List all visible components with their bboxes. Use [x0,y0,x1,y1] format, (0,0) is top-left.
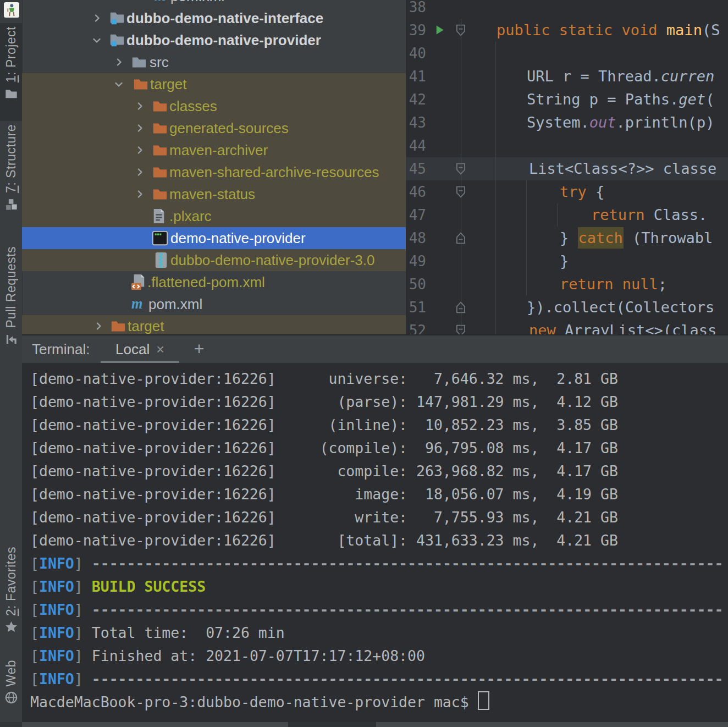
stripe-button-label: 7: Structure [4,124,19,193]
fold-open-icon[interactable] [455,186,466,198]
terminal-panel: Terminal: Local × + [demo-native-provide… [22,334,728,723]
tree-row-label: .flattened-pom.xml [147,274,265,291]
terminal-line: [demo-native-provider:16226] (inline): 1… [30,414,728,437]
folder-orange-icon [152,120,168,136]
tree-row-label: dubbo-demo-native-provider [126,32,321,49]
terminal-line: [demo-native-provider:16226] write: 7,75… [30,506,728,529]
tree-row-dubbo-demo-native-provider[interactable]: dubbo-demo-native-provider [22,29,406,51]
chevron-right-icon[interactable] [92,320,104,332]
chevron-right-icon[interactable] [134,188,146,200]
tree-row-pom-xml[interactable]: mpom.xml [22,0,406,7]
tree-row-dubbo-demo-native-provider-3-0[interactable]: dubbo-demo-native-provider-3.0 [22,249,406,271]
terminal-line: MacdeMacBook-pro-3:dubbo-demo-native-pro… [30,691,728,714]
xml-icon [131,274,146,290]
close-tab-icon[interactable]: × [156,342,164,357]
stripe-button-favorites[interactable]: 2: Favorites [0,547,22,646]
stripe-button-web[interactable]: Web [0,660,22,715]
chevron-right-icon[interactable] [134,166,146,178]
line-number: 50 [406,273,426,296]
stripe-button-project[interactable]: 1: Project [0,26,22,121]
stripe-button-label: Web [4,660,19,686]
fold-open-icon[interactable] [455,24,466,36]
tree-row--plxarc[interactable]: .plxarc [22,205,406,227]
line-number: 49 [406,250,426,273]
line-number: 51 [406,296,426,319]
line-number: 42 [406,88,426,111]
stripe-button-structure[interactable]: 7: Structure [0,124,22,211]
tree-row-generated-sources[interactable]: generated-sources [22,117,406,139]
tree-row-label: pom.xml [170,0,224,5]
code-editor[interactable]: 3839public static void main(S4041URL r =… [406,0,728,334]
zip-icon [154,252,168,268]
tree-row-label: generated-sources [169,120,289,137]
horizontal-scrollbar[interactable] [22,722,728,727]
tree-row-classes[interactable]: classes [22,95,406,117]
tree-row-maven-shared-archive-resources[interactable]: maven-shared-archive-resources [22,161,406,183]
chevron-down-icon[interactable] [91,34,103,46]
line-number: 47 [406,203,426,227]
code-line-38 [476,0,728,19]
tree-row-maven-archiver[interactable]: maven-archiver [22,139,406,161]
folder-orange-icon [110,318,126,334]
tree-row-pom-xml[interactable]: mpom.xml [22,293,406,315]
code-line-49: } [476,250,728,273]
folder-orange-icon [133,76,149,92]
chevron-right-icon[interactable] [134,122,146,134]
terminal-line: [demo-native-provider:16226] universe: 7… [30,367,728,390]
project-folder-icon [4,87,18,101]
tree-row-target[interactable]: target [22,315,406,334]
structure-icon [4,197,18,211]
tool-window-stripe: 1: Project7: StructurePull Requests2: Fa… [0,0,22,722]
globe-icon [4,691,18,704]
line-number: 41 [406,65,426,88]
terminal-line: [INFO] Total time: 07:26 min [30,621,728,645]
terminal-line: [INFO] Finished at: 2021-07-07T17:17:12+… [30,645,728,668]
horizontal-scrollbar-thumb[interactable] [288,722,376,727]
terminal-line: [INFO] ---------------------------------… [30,552,728,575]
chevron-right-icon[interactable] [134,100,146,112]
tree-row--flattened-pom-xml[interactable]: .flattened-pom.xml [22,271,406,293]
stripe-button-pull-requests[interactable]: Pull Requests [0,246,22,356]
fold-guide-line [461,19,461,334]
fold-open-icon[interactable] [455,163,466,175]
tree-row-label: .plxarc [169,208,212,225]
code-line-43: System.out.println(p) [476,111,728,134]
terminal-tab-local[interactable]: Local × [101,335,179,363]
tree-row-maven-status[interactable]: maven-status [22,183,406,205]
line-number: 40 [406,42,426,65]
folder-icon [131,54,147,70]
code-line-48: } catch (Throwabl [476,227,728,250]
code-line-50: return null; [476,273,728,296]
folder-orange-icon [152,142,168,158]
tree-row-label: dubbo-demo-native-provider-3.0 [170,252,374,269]
chevron-right-icon[interactable] [134,144,146,156]
tree-row-label: target [128,318,164,335]
run-icon[interactable] [433,24,446,36]
terminal-output[interactable]: [demo-native-provider:16226] universe: 7… [22,363,728,723]
fold-end-icon[interactable] [455,301,466,313]
tree-row-demo-native-provider[interactable]: demo-native-provider [22,227,406,249]
code-line-40 [476,42,728,65]
fold-end-icon[interactable] [455,232,466,244]
module-folder-icon [109,32,125,48]
chevron-right-icon[interactable] [113,56,125,68]
terminal-tab-label: Local [115,341,150,358]
tree-row-dubbo-demo-native-interface[interactable]: dubbo-demo-native-interface [22,7,406,29]
chevron-right-icon[interactable] [91,12,103,24]
terminal-line: [demo-native-provider:16226] [total]: 43… [30,529,728,552]
fold-open-icon[interactable] [455,324,466,334]
tree-row-label: maven-shared-archive-resources [169,164,379,181]
code-line-52: new ArrayList<>(class [476,319,728,334]
code-line-39: public static void main(S [476,19,728,42]
star-icon [4,620,18,634]
terminal-line: [demo-native-provider:16226] (parse): 14… [30,390,728,414]
tree-row-label: target [150,76,187,93]
new-terminal-tab-button[interactable]: + [187,335,211,363]
tree-row-label: src [150,54,169,71]
terminal-line: [INFO] BUILD SUCCESS [30,575,728,598]
code-line-46: try { [476,180,728,203]
chevron-down-icon[interactable] [113,78,125,90]
tree-row-target[interactable]: target [22,73,406,95]
code-line-42: String p = Paths.get( [476,88,728,111]
tree-row-src[interactable]: src [22,51,406,73]
